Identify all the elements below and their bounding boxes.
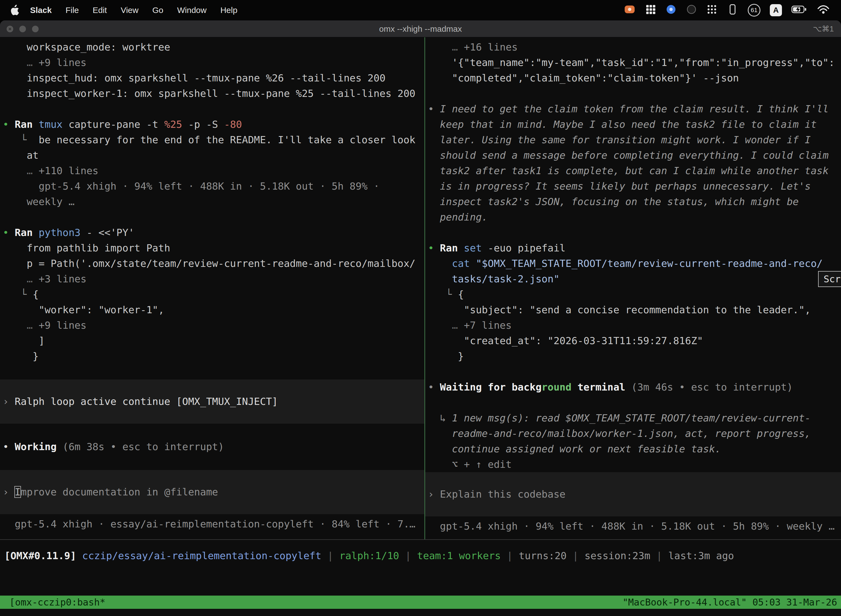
app-menus: Slack File Edit View Go Window Help: [23, 6, 244, 15]
terminal-text-segment: "$OMX_TEAM_STATE_ROOT/team/review-curren…: [476, 258, 822, 269]
menu-app-name[interactable]: Slack: [23, 6, 59, 15]
terminal-line: … +7 lines: [428, 318, 841, 333]
screen-recording-indicator-icon[interactable]: [624, 4, 636, 17]
tree-corner: └: [428, 289, 458, 300]
terminal-line: └ {: [3, 287, 424, 302]
prompt-input-row[interactable]: › Improve documentation in @filename: [0, 470, 424, 514]
terminal-text-segment: later. Using the same for transition mig…: [428, 134, 811, 145]
apple-menu-icon[interactable]: [10, 5, 19, 16]
terminal-text-segment: Ralph loop active continue [OMX_TMUX_INJ…: [15, 396, 278, 407]
terminal-line: later. Using the same for transition mig…: [428, 132, 841, 148]
terminal-text-segment: …: [3, 57, 39, 68]
terminal-text-segment: +7 lines: [464, 320, 511, 331]
prompt-input-row[interactable]: › Explain this codebase: [425, 472, 841, 516]
bullet: •: [428, 242, 440, 254]
terminal-line: inspect_hud: omx sparkshell --tmux-pane …: [3, 70, 424, 86]
terminal-text-segment: inspect_hud: omx sparkshell --tmux-pane …: [3, 72, 385, 84]
prompt-chevron: ›: [428, 488, 440, 500]
terminal-text-segment: python3: [39, 227, 86, 238]
omx-hud-status-bar: [OMX#0.11.9] cczip/essay/ai-reimplementa…: [4, 548, 734, 563]
menu-help[interactable]: Help: [214, 6, 245, 15]
terminal-text-segment: tasks/task-2.json": [428, 273, 560, 285]
menu-edit[interactable]: Edit: [86, 6, 114, 15]
terminal-text-segment: +9 lines: [39, 320, 86, 331]
terminal-line: readme-and-reco/mailbox/worker-1.json, a…: [428, 426, 841, 441]
terminal-text-segment: +110 lines: [39, 165, 98, 176]
terminal-text-segment: |: [321, 550, 339, 561]
tmux-status-bar: [omx-cczip0:bash* "MacBook-Pro-44.local"…: [0, 595, 841, 609]
blue-app-icon[interactable]: [665, 4, 677, 17]
terminal-text-segment: …: [428, 41, 464, 53]
terminal-text-segment: (3m 46s • esc to interrupt): [631, 381, 793, 393]
terminal-text-segment: p = Path('.omx/state/team/review-current…: [3, 258, 416, 269]
terminal-text-segment: I need to get the claim token from the c…: [440, 103, 829, 114]
terminal-line: continue assigned work or next feasible …: [428, 441, 841, 457]
battery-icon[interactable]: [791, 4, 807, 17]
terminal-text-segment: gpt-5.4 xhigh · essay/ai-reimplementatio…: [3, 518, 416, 529]
grid-app-icon[interactable]: [645, 4, 656, 17]
terminal-line: … +9 lines: [3, 55, 424, 70]
terminal-text-segment: "subject": "send a concise recommendatio…: [428, 304, 811, 315]
terminal-text-segment: }: [3, 351, 39, 362]
phone-mirroring-icon[interactable]: [727, 4, 738, 17]
omx-hud-line: [OMX#0.11.9] cczip/essay/ai-reimplementa…: [4, 548, 734, 563]
menu-go[interactable]: Go: [145, 6, 170, 15]
menu-view[interactable]: View: [114, 6, 145, 15]
terminal-line: ↳ 1 new msg(s): read $OMX_TEAM_STATE_ROO…: [428, 411, 841, 426]
tmux-host-clock: "MacBook-Pro-44.local" 05:03 31-Mar-26: [623, 597, 837, 608]
terminal-text-segment: Ran: [15, 119, 39, 130]
bullet: •: [3, 441, 15, 452]
terminal-text-segment: Working: [15, 441, 62, 452]
terminal-text-segment: - <<'PY': [86, 227, 134, 238]
terminal-line: • I need to get the claim token from the…: [428, 101, 841, 117]
terminal-text-segment: …: [428, 320, 464, 331]
terminal-line: … +3 lines: [3, 271, 424, 287]
terminal-line: p = Path('.omx/state/team/review-current…: [3, 256, 424, 271]
terminal-text-segment: gpt-5.4 xhigh · 94% left · 488K in · 5.1…: [428, 521, 835, 532]
terminal-line: ]: [3, 333, 424, 349]
terminal-line: at: [3, 148, 424, 163]
terminal-line: from pathlib import Path: [3, 241, 424, 256]
terminal-line: }: [3, 349, 424, 364]
terminal-text-segment: inspect_worker-1: omx sparkshell --tmux-…: [3, 88, 416, 99]
prompt-chevron: ›: [3, 396, 15, 407]
wifi-icon[interactable]: [817, 4, 830, 17]
terminal-text-segment: %25: [164, 119, 182, 130]
terminal-line: workspace_mode: worktree: [3, 40, 424, 55]
tmux-session-label[interactable]: [omx-cczip0:bash*: [9, 597, 105, 608]
terminal-text-segment: ⌥ + ↑ edit: [428, 459, 511, 470]
terminal-text-segment: capture-pane -t: [69, 119, 164, 130]
terminal-line: • Working (6m 38s • esc to interrupt): [3, 439, 424, 455]
window-title-bar[interactable]: omx --xhigh --madmax ⌥⌘1: [0, 21, 841, 37]
team-counter: team:1 workers: [417, 550, 501, 561]
injected-prompt-row[interactable]: › Ralph loop active continue [OMX_TMUX_I…: [0, 380, 424, 424]
menu-window[interactable]: Window: [170, 6, 214, 15]
window-title: omx --xhigh --madmax: [0, 21, 841, 37]
terminal-text-segment: Explain this codebase: [440, 488, 566, 500]
terminal-text-segment: +16 lines: [464, 41, 518, 53]
tree-corner: └: [3, 289, 32, 300]
terminal-text-segment: task2 after task1 is complete, but can I…: [428, 165, 829, 176]
terminal-text-segment: "completed","claim_token":"claim-token"}…: [428, 72, 739, 84]
terminal-line: }: [428, 349, 841, 364]
battery-percent-badge[interactable]: 61: [748, 4, 760, 16]
terminal-line: inspect task2's JSON, focusing on the st…: [428, 194, 841, 210]
terminal-line: cat "$OMX_TEAM_STATE_ROOT/team/review-cu…: [428, 256, 841, 271]
terminal-text-segment: (6m 38s • esc to interrupt): [63, 441, 224, 452]
terminal-line: tasks/task-2.json": [428, 271, 841, 287]
terminal-text-segment: workspace_mode: worktree: [3, 41, 170, 53]
terminal-pane-right[interactable]: … +16 lines '{"team_name":"my-team","tas…: [425, 37, 841, 539]
omx-project-path: cczip/essay/ai-reimplementation-copyleft: [82, 550, 321, 561]
menu-file[interactable]: File: [59, 6, 85, 15]
terminal-pane-left[interactable]: workspace_mode: worktree … +9 lines insp…: [0, 37, 424, 539]
terminal-text-segment: mprove documentation in @filename: [21, 486, 218, 497]
dots-grid-icon[interactable]: [706, 4, 717, 17]
terminal-line: … +110 lines: [3, 163, 424, 179]
terminal-text-segment: at: [3, 150, 39, 161]
ralph-counter: ralph:1/10: [339, 550, 399, 561]
text-cursor: I: [15, 486, 21, 497]
dark-app-icon[interactable]: [686, 4, 697, 17]
input-source-icon[interactable]: A: [770, 4, 782, 16]
terminal-text-segment: |: [651, 550, 668, 561]
terminal-text-segment: Waiting for backg: [440, 381, 541, 393]
